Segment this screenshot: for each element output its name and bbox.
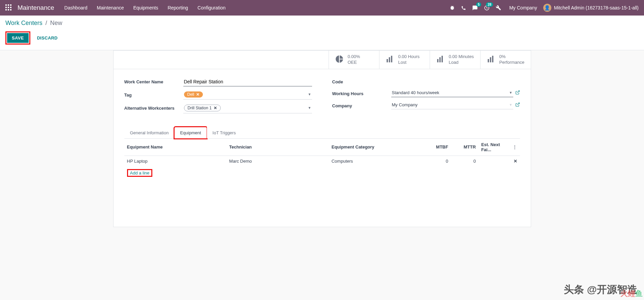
messages-badge: 5: [476, 2, 482, 7]
svg-rect-14: [439, 57, 440, 62]
select-company[interactable]: My Company ▼: [391, 101, 513, 109]
svg-rect-7: [8, 9, 9, 10]
apps-icon[interactable]: [5, 4, 12, 11]
stat-value: 0%: [499, 54, 524, 60]
row-delete-icon[interactable]: ✕: [510, 156, 520, 166]
activities-icon[interactable]: 28: [484, 5, 490, 11]
col-options-icon[interactable]: ⋮: [510, 139, 520, 156]
tab-iot-triggers[interactable]: IoT Triggers: [207, 127, 242, 138]
svg-rect-10: [387, 59, 388, 62]
chevron-down-icon[interactable]: ▼: [308, 92, 311, 96]
menu-configuration[interactable]: Configuration: [197, 5, 225, 10]
bars-icon: [386, 55, 394, 64]
tag-remove-icon[interactable]: ✕: [196, 92, 200, 97]
svg-rect-16: [488, 59, 489, 62]
cell-mtbf: 0: [423, 156, 451, 166]
discard-button[interactable]: DISCARD: [34, 33, 61, 43]
col-est-next-failure: Est. Next Fai...: [479, 139, 510, 156]
bars-icon: [436, 55, 445, 64]
control-panel: Work Centers / New SAVE DISCARD: [0, 16, 644, 50]
tag-chip-drill-station[interactable]: Drill Station 1✕: [184, 105, 221, 111]
menu-equipments[interactable]: Equipments: [133, 5, 158, 10]
label-alt-workcenters: Alternative Workcenters: [124, 104, 183, 111]
stat-value: 0.00 Minutes: [449, 54, 474, 60]
stat-performance[interactable]: 0%Performance: [480, 51, 531, 69]
chevron-down-icon[interactable]: ▼: [509, 103, 513, 107]
save-button[interactable]: SAVE: [7, 33, 29, 43]
label-code: Code: [332, 77, 391, 85]
col-equipment-name: Equipment Name: [124, 139, 227, 156]
external-link-icon[interactable]: [515, 102, 520, 108]
messages-icon[interactable]: 5: [472, 5, 478, 11]
user-menu[interactable]: 👤 Mitchell Admin (16273178-saas-15-1-all…: [543, 4, 639, 12]
breadcrumb-current: New: [50, 20, 62, 26]
svg-rect-17: [490, 57, 491, 62]
stat-bar: 0.00%OEE 0.00 HoursLost 0.00 MinutesLoad…: [114, 51, 531, 69]
phone-icon[interactable]: [461, 5, 466, 10]
table-row[interactable]: HP Laptop Marc Demo Computers 0 0 ✕: [124, 156, 520, 166]
main-menu: Dashboard Maintenance Equipments Reporti…: [64, 5, 450, 10]
stat-label: Performance: [499, 60, 524, 65]
debug-icon[interactable]: [450, 5, 455, 10]
save-highlight-box: SAVE: [5, 31, 30, 45]
svg-rect-18: [492, 56, 493, 63]
svg-rect-4: [8, 7, 9, 8]
input-alt-workcenters[interactable]: Drill Station 1✕ ▼: [183, 104, 312, 113]
stat-load[interactable]: 0.00 MinutesLoad: [430, 51, 480, 69]
svg-rect-12: [391, 56, 392, 63]
stat-value: 0.00 Hours: [398, 54, 420, 60]
svg-rect-15: [441, 56, 443, 63]
svg-line-20: [517, 103, 519, 105]
chevron-down-icon[interactable]: ▼: [308, 106, 311, 110]
tabs-nav: General Information Equipment IoT Trigge…: [124, 127, 520, 139]
tab-equipment[interactable]: Equipment: [174, 127, 207, 139]
stat-oee[interactable]: 0.00%OEE: [329, 51, 379, 69]
col-technician: Technician: [226, 139, 329, 156]
top-navbar: Maintenance Dashboard Maintenance Equipm…: [0, 0, 644, 16]
input-work-center-name[interactable]: [183, 77, 312, 86]
form-col-left: Work Center Name Tag Dell✕ ▼ Al: [124, 77, 312, 117]
svg-rect-5: [10, 7, 11, 8]
svg-rect-8: [10, 9, 11, 10]
menu-dashboard[interactable]: Dashboard: [64, 5, 88, 10]
tools-icon[interactable]: [496, 5, 501, 10]
label-working-hours: Working Hours: [332, 89, 391, 97]
col-mttr: MTTR: [451, 139, 479, 156]
cell-mttr: 0: [451, 156, 479, 166]
label-work-center-name: Work Center Name: [124, 77, 183, 85]
form-col-right: Code Working Hours Standard 40 hours/wee…: [332, 77, 520, 117]
select-working-hours[interactable]: Standard 40 hours/week ▼: [391, 89, 513, 97]
svg-line-19: [517, 91, 519, 93]
app-brand: Maintenance: [18, 4, 54, 11]
form-sheet: 0.00%OEE 0.00 HoursLost 0.00 MinutesLoad…: [86, 50, 558, 227]
avatar-icon: 👤: [543, 4, 551, 12]
cell-technician[interactable]: Marc Demo: [226, 156, 329, 166]
label-company: Company: [332, 101, 391, 109]
label-tag: Tag: [124, 90, 183, 98]
add-line-button[interactable]: Add a line: [127, 169, 153, 177]
svg-rect-0: [5, 4, 7, 6]
svg-rect-11: [389, 57, 390, 62]
chevron-down-icon[interactable]: ▼: [509, 91, 513, 94]
stat-value: 0.00%: [348, 54, 360, 60]
breadcrumb-parent[interactable]: Work Centers: [5, 20, 42, 26]
cell-equipment-category[interactable]: Computers: [329, 156, 423, 166]
input-tag[interactable]: Dell✕ ▼: [183, 90, 312, 100]
external-link-icon[interactable]: [515, 90, 520, 96]
tag-remove-icon[interactable]: ✕: [214, 106, 217, 110]
menu-reporting[interactable]: Reporting: [167, 5, 188, 10]
activities-badge: 28: [486, 2, 493, 7]
equipment-table: Equipment Name Technician Equipment Cate…: [124, 139, 520, 220]
svg-rect-2: [10, 4, 11, 6]
tab-general-information[interactable]: General Information: [124, 127, 175, 138]
pie-icon: [335, 55, 344, 64]
tag-chip-dell[interactable]: Dell✕: [184, 91, 203, 98]
company-switcher[interactable]: My Company: [509, 5, 537, 10]
breadcrumb: Work Centers / New: [5, 20, 639, 27]
cell-equipment-name[interactable]: HP Laptop: [124, 156, 227, 166]
svg-rect-13: [437, 59, 438, 62]
stat-label: Lost: [398, 60, 420, 65]
menu-maintenance[interactable]: Maintenance: [97, 5, 124, 10]
cell-est-next-failure: [479, 156, 510, 166]
stat-lost[interactable]: 0.00 HoursLost: [379, 51, 430, 69]
